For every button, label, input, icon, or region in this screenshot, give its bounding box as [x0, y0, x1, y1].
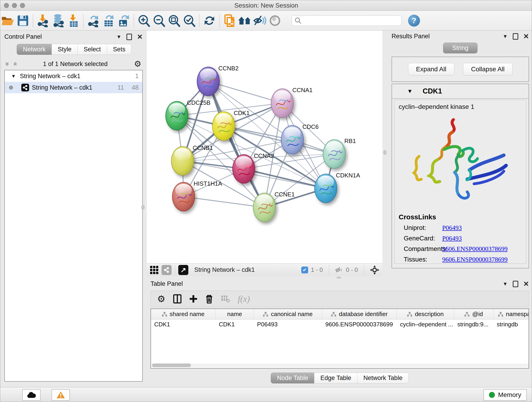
scrollbar-thumb[interactable] — [152, 364, 191, 367]
export-network-button[interactable] — [86, 13, 101, 28]
main-toolbar: ? — [0, 11, 532, 31]
network-node-cdc6[interactable] — [281, 125, 304, 154]
network-node-ccna2[interactable] — [232, 154, 255, 184]
collapse-all-networks-icon[interactable]: » — [11, 62, 18, 66]
table-cell[interactable]: stringdb:9... — [454, 319, 494, 330]
float-panel-icon[interactable] — [127, 34, 132, 40]
network-collection-row[interactable]: ▼ String Network – cdk1 1 — [5, 70, 142, 82]
string-view-icon[interactable] — [162, 265, 172, 275]
table-cell[interactable]: 9606.ENSP00000378699 — [322, 319, 397, 330]
panel-menu-icon[interactable]: ▼ — [116, 34, 121, 40]
tab-node-table[interactable]: Node Table — [271, 373, 314, 383]
warnings-button[interactable] — [51, 389, 70, 401]
toolbar-separator — [33, 14, 33, 27]
network-row[interactable]: String Network – cdk1 11 48 — [5, 82, 142, 93]
column-header-database-identifier[interactable]: database identifier — [322, 309, 397, 319]
expand-all-button[interactable]: Expand All — [408, 63, 454, 75]
import-network-button[interactable] — [36, 13, 51, 28]
network-node-ccnb1[interactable] — [171, 146, 194, 176]
crosslink-link[interactable]: 9606.ENSP00000378699 — [442, 256, 507, 263]
tab-style[interactable]: Style — [51, 44, 78, 55]
network-node-hist1h1a[interactable] — [172, 182, 195, 211]
gene-description: cyclin–dependent kinase 1 — [399, 103, 522, 110]
tab-edge-table[interactable]: Edge Table — [314, 373, 357, 383]
show-columns-icon[interactable] — [173, 294, 181, 303]
column-header-namespac[interactable]: namespac — [494, 309, 529, 319]
show-hidden-button[interactable] — [267, 13, 283, 28]
table-cell[interactable]: P06493 — [254, 319, 322, 330]
grid-view-icon[interactable] — [150, 266, 158, 274]
network-node-ccne1[interactable] — [253, 193, 276, 222]
column-header-canonical-name[interactable]: canonical name — [254, 309, 322, 319]
crosslink-link[interactable]: 9606.ENSP00000378699 — [442, 245, 507, 253]
close-panel-icon[interactable]: ✕ — [523, 32, 529, 40]
pan-crosshair-icon[interactable] — [370, 265, 379, 274]
network-node-cdc25b[interactable] — [165, 101, 188, 130]
crosslink-link[interactable]: P06493 — [442, 224, 462, 231]
tab-network-table[interactable]: Network Table — [357, 373, 409, 383]
hide-unhide-button[interactable] — [252, 13, 267, 28]
column-header-name[interactable]: name — [215, 309, 254, 319]
import-table-button[interactable] — [66, 13, 81, 28]
home-button[interactable] — [237, 13, 252, 28]
float-panel-icon[interactable] — [513, 281, 518, 287]
network-edge[interactable] — [184, 197, 264, 207]
collapse-all-button[interactable]: Collapse All — [463, 63, 513, 75]
memory-button[interactable]: Memory — [483, 389, 527, 401]
crosslink-link[interactable]: P06493 — [442, 235, 462, 242]
network-edge[interactable] — [244, 169, 326, 188]
network-options-gear-icon[interactable]: ⚙ — [134, 60, 141, 68]
panel-menu-icon[interactable]: ▼ — [503, 33, 508, 39]
close-panel-icon[interactable]: ✕ — [523, 280, 529, 288]
import-network-from-database-button[interactable] — [51, 13, 66, 28]
selected-checkbox-icon[interactable]: ✔ — [301, 267, 308, 274]
delete-column-icon[interactable] — [205, 294, 213, 303]
network-node-cdk1[interactable] — [212, 111, 235, 141]
export-image-button[interactable] — [116, 13, 131, 28]
collapse-entry-icon[interactable]: ▼ — [407, 88, 413, 95]
zoom-out-button[interactable] — [152, 13, 167, 28]
zoom-fit-button[interactable] — [167, 13, 182, 28]
table-cell[interactable]: cyclin–dependent ... — [397, 319, 454, 330]
close-panel-icon[interactable]: ✕ — [137, 33, 143, 41]
right-splitter-handle[interactable] — [383, 150, 386, 155]
network-node-ccnb2[interactable] — [197, 67, 220, 96]
apply-layout-button[interactable] — [202, 13, 217, 28]
table-row[interactable]: CDK1CDK1P064939606.ENSP00000378699cyclin… — [151, 319, 529, 330]
expand-all-networks-icon[interactable]: » — [4, 62, 11, 66]
collapse-collection-icon[interactable]: ▼ — [11, 74, 16, 79]
column-header-@id[interactable]: @id — [454, 309, 494, 319]
table-cell[interactable]: stringdb — [494, 319, 529, 330]
float-panel-icon[interactable] — [513, 33, 518, 40]
birdseye-view-icon[interactable]: ↗ — [178, 265, 188, 275]
column-header-shared-name[interactable]: shared name — [151, 309, 215, 319]
gene-entry-header[interactable]: ▼ CDK1 — [392, 84, 529, 99]
column-header-description[interactable]: description — [397, 309, 454, 319]
panel-menu-icon[interactable]: ▼ — [503, 281, 508, 287]
network-node-rb1[interactable] — [323, 139, 346, 169]
table-cell[interactable]: CDK1 — [215, 319, 254, 330]
save-session-button[interactable] — [15, 13, 31, 28]
tab-sets[interactable]: Sets — [107, 44, 132, 55]
help-button[interactable]: ? — [408, 15, 420, 27]
export-table-button[interactable] — [101, 13, 116, 28]
tab-network[interactable]: Network — [17, 44, 52, 55]
network-node-cdkn1a[interactable] — [314, 174, 337, 203]
open-session-button[interactable] — [0, 13, 15, 28]
network-edge[interactable] — [208, 81, 264, 207]
network-canvas[interactable]: CCNB2CCNA1CDC25BCDK1CDC6RB1CCNB1CCNA2CDK… — [147, 31, 382, 263]
search-field[interactable] — [292, 15, 402, 26]
search-input[interactable] — [302, 17, 399, 24]
tab-string[interactable]: String — [443, 43, 477, 53]
network-node-ccna1[interactable] — [271, 89, 294, 118]
table-options-gear-icon[interactable]: ⚙ — [157, 294, 165, 303]
create-column-icon[interactable] — [189, 295, 197, 303]
table-cell[interactable]: CDK1 — [151, 319, 215, 330]
tab-select[interactable]: Select — [77, 44, 107, 55]
left-splitter-handle[interactable] — [141, 205, 145, 210]
horizontal-scrollbar[interactable] — [152, 364, 529, 367]
zoom-in-button[interactable] — [136, 13, 152, 28]
copy-network-view-button[interactable] — [222, 13, 237, 28]
cloud-button[interactable] — [22, 389, 41, 401]
zoom-selected-button[interactable] — [182, 13, 197, 28]
